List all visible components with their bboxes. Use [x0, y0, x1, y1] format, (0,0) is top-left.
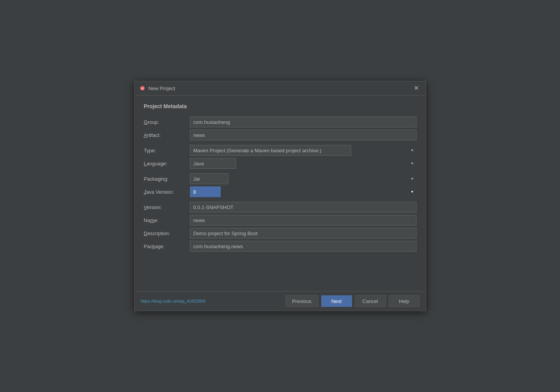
type-select-wrapper: Maven Project (Generate a Maven based pr…: [190, 145, 416, 156]
footer-url: https://blog.csdn.net/qq_41823958: [141, 299, 206, 303]
packaging-label: Packaging:: [144, 173, 190, 184]
previous-button[interactable]: Previous: [286, 295, 318, 307]
title-bar-left: IJ New Project: [139, 85, 175, 91]
dialog-content: Project Metadata Group: Artifact: Type: …: [135, 96, 426, 291]
dialog-footer: https://blog.csdn.net/qq_41823958 Previo…: [135, 291, 426, 311]
name-label: Name:: [144, 215, 190, 226]
type-label: Type:: [144, 145, 190, 156]
section-title: Project Metadata: [144, 103, 416, 109]
description-input[interactable]: [190, 228, 416, 239]
language-select-wrapper: Java Kotlin Groovy: [190, 158, 416, 169]
artifact-label: Artifact:: [144, 130, 190, 141]
next-button[interactable]: Next: [321, 295, 352, 307]
type-select[interactable]: Maven Project (Generate a Maven based pr…: [190, 145, 351, 156]
spacer-1: [144, 142, 416, 144]
dialog-title: New Project: [149, 86, 175, 91]
group-label: Group:: [144, 117, 190, 128]
svg-text:IJ: IJ: [141, 87, 144, 90]
close-button[interactable]: ✕: [411, 84, 421, 92]
form-grid: Group: Artifact: Type: Maven Project (Ge…: [144, 115, 416, 253]
new-project-dialog: IJ New Project ✕ Project Metadata Group:…: [134, 81, 426, 311]
spacer-2: [144, 170, 416, 172]
help-button[interactable]: Help: [389, 295, 420, 307]
group-input[interactable]: [190, 117, 416, 127]
java-version-label: Java Version:: [144, 186, 190, 198]
package-label: Package:: [144, 241, 190, 252]
app-icon: IJ: [139, 85, 145, 91]
cancel-button[interactable]: Cancel: [355, 295, 386, 307]
package-input[interactable]: [190, 241, 416, 252]
language-select[interactable]: Java Kotlin Groovy: [190, 158, 236, 169]
java-version-select[interactable]: 8 11 17 21: [190, 186, 221, 197]
title-bar: IJ New Project ✕: [135, 81, 426, 96]
language-label: Language:: [144, 158, 190, 169]
spacer-3: [144, 198, 416, 201]
description-label: Description:: [144, 228, 190, 239]
artifact-input[interactable]: [190, 130, 416, 140]
name-input[interactable]: [190, 215, 416, 226]
version-label: Version:: [144, 202, 190, 213]
packaging-select[interactable]: Jar War: [190, 173, 228, 184]
java-version-select-wrapper: 8 11 17 21: [190, 186, 416, 197]
packaging-select-wrapper: Jar War: [190, 173, 416, 184]
version-input[interactable]: [190, 202, 416, 212]
